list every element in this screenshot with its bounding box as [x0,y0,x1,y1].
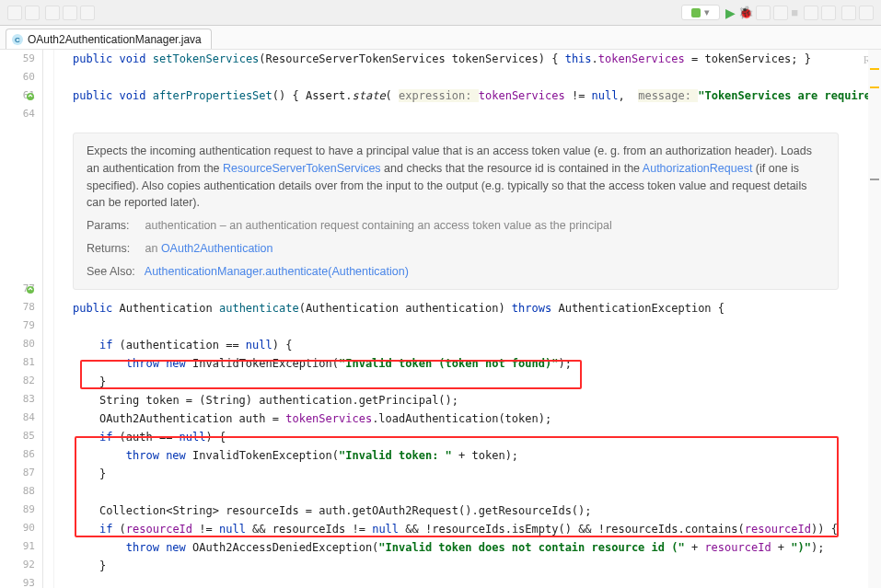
line-number: 93 [0,574,42,588]
line-number: 59 [0,50,42,68]
code-line: public Authentication authenticate(Authe… [73,299,881,317]
line-number: 64 [0,105,42,123]
stop-icon: ■ [791,6,798,20]
line-number: 85 [0,427,42,445]
code-line [73,575,881,588]
code-line: if (authentication == null) { [73,336,881,354]
code-line [73,105,881,123]
line-number: 92 [0,556,42,574]
line-number: 84 [0,409,42,427]
toolbar-icon[interactable] [7,6,22,20]
marker[interactable] [870,179,879,180]
code-line: throw new InvalidTokenException("Invalid… [73,446,881,465]
code-line: Collection<String> resourceIds = auth.ge… [73,502,881,520]
top-toolbar: ▾ ▶ 🐞 ■ [0,0,881,26]
toolbar-icon[interactable] [773,6,788,20]
marker[interactable] [870,86,879,88]
run-icon[interactable]: ▶ [725,6,736,20]
line-number: 87 [0,464,42,482]
toolbar-icon[interactable] [45,6,60,20]
code-line [73,68,881,86]
marker[interactable] [870,68,879,70]
toolbar-icon[interactable] [821,6,836,20]
toolbar-icon[interactable] [25,6,40,20]
tab-file[interactable]: C OAuth2AuthenticationManager.java [6,29,212,49]
line-number: 60 [0,68,42,86]
search-icon[interactable] [859,6,874,20]
line-number: 88 [0,482,42,501]
line-number: 83 [0,390,42,409]
code-area[interactable]: Re public void setTokenServices(Resource… [54,50,881,588]
editor-tabs: C OAuth2AuthenticationManager.java [0,26,881,50]
code-line: if (auth == null) { [73,428,881,446]
tab-filename: OAuth2AuthenticationManager.java [28,33,202,46]
line-number: 86 [0,445,42,464]
code-line: public void afterPropertiesSet() { Asser… [73,86,881,105]
editor: 59 60 61 64 77 78 79 80 81 82 83 84 85 8… [0,50,881,588]
doc-link[interactable]: AuthenticationManager.authenticate(Authe… [145,265,409,278]
code-line: String token = (String) authentication.g… [73,391,881,409]
debug-icon[interactable]: 🐞 [738,6,753,20]
doc-link[interactable]: ResourceServerTokenServices [223,162,381,175]
code-line [73,317,881,336]
code-line: } [73,373,881,391]
line-number: 79 [0,317,42,335]
doc-link[interactable]: OAuth2Authentication [161,242,273,255]
run-config-dropdown[interactable]: ▾ [681,5,720,20]
line-number: 81 [0,353,42,372]
line-number: 78 [0,298,42,317]
fold-strip[interactable] [43,50,54,588]
java-class-icon: C [12,34,23,45]
toolbar-icon[interactable] [756,6,771,20]
line-number: 82 [0,372,42,390]
line-number: 89 [0,501,42,519]
toolbar-icon[interactable] [63,6,77,20]
line-number: 61 [0,86,42,105]
javadoc-popup: Expects the incoming authentication requ… [73,133,839,290]
line-gutter[interactable]: 59 60 61 64 77 78 79 80 81 82 83 84 85 8… [0,50,43,588]
line-number: 80 [0,335,42,353]
code-line: throw new InvalidTokenException("Invalid… [73,354,881,373]
toolbar-icon[interactable] [80,6,95,20]
code-line: throw new OAuth2AccessDeniedException("I… [73,538,881,557]
code-line: } [73,557,881,575]
toolbar-icon[interactable] [841,6,856,20]
code-line: } [73,465,881,483]
line-number: 77 [0,280,42,298]
marker-bar[interactable] [868,50,881,588]
code-line: OAuth2Authentication auth = tokenService… [73,409,881,428]
code-line: public void setTokenServices(ResourceSer… [73,50,881,68]
doc-link[interactable]: AuthorizationRequest [643,162,753,175]
code-line: if (resourceId != null && resourceIds !=… [73,520,881,538]
line-number: 90 [0,519,42,537]
line-number: 91 [0,537,42,556]
toolbar-icon[interactable] [804,6,818,20]
code-line [73,483,881,502]
